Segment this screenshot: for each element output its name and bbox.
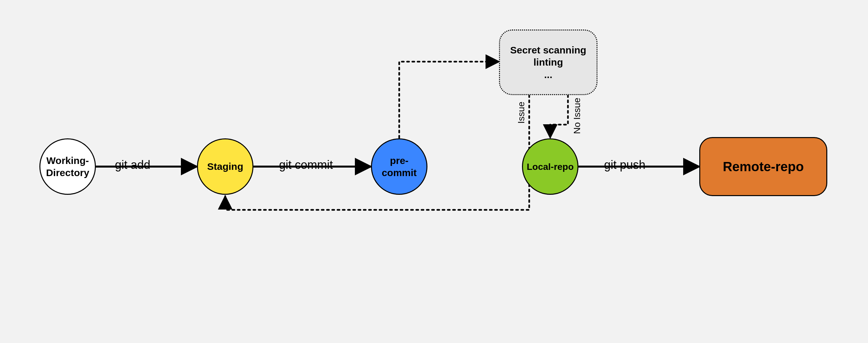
node-label: Local-repo xyxy=(527,161,574,172)
node-remote-repo: Remote-repo xyxy=(699,137,827,196)
node-label: Staging xyxy=(207,160,243,173)
node-checks: Secret scanning linting ... xyxy=(499,30,597,95)
node-working-directory: Working-Directory xyxy=(39,138,96,195)
checks-line: linting xyxy=(533,56,563,69)
node-staging: Staging xyxy=(197,138,253,195)
node-pre-commit: pre-commit xyxy=(371,138,428,195)
edge-label-issue: Issue xyxy=(516,102,527,124)
node-label: Remote-repo xyxy=(723,159,804,175)
node-label: pre-commit xyxy=(382,155,417,179)
edge-label-git-push: git push xyxy=(604,158,645,172)
checks-line: ... xyxy=(544,69,552,81)
node-local-repo: Local-repo xyxy=(522,138,579,195)
edge-label-git-commit: git commit xyxy=(279,158,333,172)
diagram-canvas: Working-Directory Staging pre-commit Loc… xyxy=(0,0,868,343)
checks-line: Secret scanning xyxy=(510,44,586,57)
edge-label-git-add: git add xyxy=(115,158,150,172)
edge-label-no-issue: No Issue xyxy=(572,98,582,134)
node-label: Working-Directory xyxy=(46,155,89,179)
